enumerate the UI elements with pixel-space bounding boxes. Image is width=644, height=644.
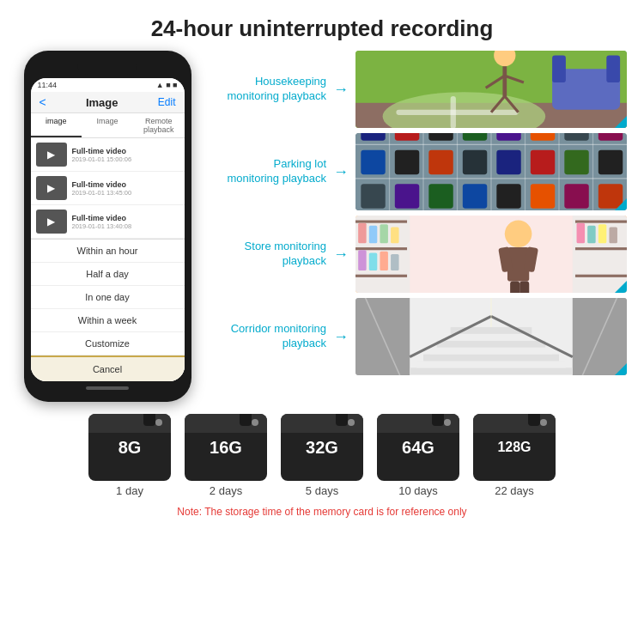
svg-rect-25 bbox=[361, 133, 385, 141]
svg-rect-83 bbox=[416, 361, 566, 368]
svg-rect-86 bbox=[437, 341, 545, 348]
svg-rect-13 bbox=[606, 56, 620, 83]
svg-rect-71 bbox=[575, 275, 627, 277]
svg-rect-67 bbox=[519, 282, 529, 293]
video-info-3: Full-time video 2019-01-01 13:40:08 bbox=[72, 214, 132, 230]
phone-dropdown: Within an hour Half a day In one day Wit… bbox=[31, 239, 185, 381]
corner-arrow-store bbox=[615, 281, 627, 293]
svg-rect-57 bbox=[391, 227, 398, 243]
svg-rect-28 bbox=[463, 133, 487, 141]
svg-rect-12 bbox=[552, 56, 566, 83]
label-parking: Parking lotmonitoring playback bbox=[206, 157, 326, 186]
tab-remote-playback[interactable]: Remote playback bbox=[133, 113, 185, 137]
phone-icons: ▲ ■ ■ bbox=[156, 81, 178, 89]
img-housekeeping bbox=[355, 51, 627, 128]
svg-point-62 bbox=[505, 221, 532, 248]
play-icon-1: ▶ bbox=[47, 149, 55, 161]
page-title: 24-hour uninterrupted recording bbox=[0, 0, 644, 51]
svg-rect-35 bbox=[428, 150, 453, 174]
cancel-button[interactable]: Cancel bbox=[31, 355, 185, 381]
svg-rect-66 bbox=[510, 282, 519, 293]
corner-arrow-parking bbox=[615, 198, 627, 210]
phone-edit-button[interactable]: Edit bbox=[158, 96, 176, 108]
tab-image2[interactable]: Image bbox=[82, 113, 133, 137]
dropdown-item-2[interactable]: In one day bbox=[31, 286, 185, 309]
phone-screen: 11:44 ▲ ■ ■ < Image Edit image Image Rem… bbox=[31, 78, 185, 381]
svg-rect-70 bbox=[575, 247, 627, 250]
svg-rect-55 bbox=[369, 226, 377, 244]
svg-rect-29 bbox=[496, 133, 520, 141]
video-item-1[interactable]: ▶ Full-time video 2019-01-01 15:00:06 bbox=[31, 138, 185, 172]
monitor-row-corridor: Corridor monitoringplayback → bbox=[206, 298, 627, 375]
svg-rect-45 bbox=[496, 184, 520, 208]
arrow-corridor: → bbox=[333, 328, 349, 346]
tab-image[interactable]: image bbox=[31, 113, 82, 137]
storage-cards: 8G 1 day 16G 2 days 32G 5 days 64G 10 da… bbox=[88, 414, 556, 497]
sd-card-body-16g: 16G bbox=[185, 414, 267, 481]
phone-back-button[interactable]: < bbox=[39, 95, 46, 109]
phone-nav-bar: < Image Edit bbox=[31, 92, 185, 113]
svg-rect-31 bbox=[564, 133, 588, 141]
sd-notch-32g bbox=[336, 414, 348, 426]
sd-label-16g: 16G bbox=[210, 438, 242, 458]
svg-rect-34 bbox=[395, 150, 419, 174]
svg-rect-84 bbox=[423, 355, 559, 361]
sd-label-8g: 8G bbox=[118, 438, 142, 458]
sd-notch-128g bbox=[528, 414, 540, 426]
svg-rect-41 bbox=[361, 184, 385, 208]
dropdown-item-4[interactable]: Customize bbox=[31, 332, 185, 355]
phone-notch bbox=[77, 59, 137, 75]
svg-rect-69 bbox=[575, 221, 627, 223]
sd-days-64g: 10 days bbox=[398, 484, 438, 497]
svg-rect-56 bbox=[380, 224, 387, 243]
phone-time: 11:44 bbox=[38, 81, 58, 89]
svg-rect-85 bbox=[430, 348, 552, 355]
svg-rect-36 bbox=[463, 150, 487, 174]
svg-rect-61 bbox=[391, 254, 398, 270]
video-thumb-3: ▶ bbox=[36, 210, 67, 234]
sd-card-body-32g: 32G bbox=[281, 414, 363, 481]
sd-label-64g: 64G bbox=[402, 438, 434, 458]
monitor-row-housekeeping: Housekeepingmonitoring playback → bbox=[206, 51, 627, 128]
play-icon-2: ▶ bbox=[47, 182, 55, 194]
svg-rect-4 bbox=[451, 96, 456, 128]
sd-card-16g: 16G 2 days bbox=[185, 414, 267, 497]
svg-rect-75 bbox=[609, 227, 617, 243]
video-item-2[interactable]: ▶ Full-time video 2019-01-01 13:45:00 bbox=[31, 172, 185, 205]
svg-rect-82 bbox=[410, 368, 573, 374]
storage-note: Note: The storage time of the memory car… bbox=[177, 506, 466, 518]
video-info-1: Full-time video 2019-01-01 15:00:06 bbox=[72, 147, 132, 163]
img-parking bbox=[355, 133, 627, 210]
svg-rect-72 bbox=[577, 223, 585, 244]
video-info-2: Full-time video 2019-01-01 13:45:00 bbox=[72, 180, 132, 197]
label-corridor: Corridor monitoringplayback bbox=[206, 322, 326, 351]
sd-notch-16g bbox=[240, 414, 252, 426]
svg-rect-87 bbox=[444, 334, 539, 341]
dropdown-item-3[interactable]: Within a week bbox=[31, 309, 185, 332]
video-list: ▶ Full-time video 2019-01-01 15:00:06 ▶ … bbox=[31, 138, 185, 239]
dropdown-item-0[interactable]: Within an hour bbox=[31, 240, 185, 263]
svg-rect-74 bbox=[598, 224, 606, 243]
sd-notch-64g bbox=[432, 414, 444, 426]
svg-rect-58 bbox=[358, 250, 366, 270]
video-item-3[interactable]: ▶ Full-time video 2019-01-01 13:40:08 bbox=[31, 205, 185, 239]
svg-rect-59 bbox=[369, 252, 377, 270]
phone-nav-title: Image bbox=[86, 96, 118, 109]
svg-rect-40 bbox=[598, 150, 623, 174]
video-thumb-1: ▶ bbox=[36, 143, 67, 167]
svg-rect-39 bbox=[564, 150, 588, 174]
dropdown-item-1[interactable]: Half a day bbox=[31, 263, 185, 286]
svg-rect-47 bbox=[564, 184, 588, 208]
label-store: Store monitoringplayback bbox=[206, 240, 326, 269]
svg-rect-37 bbox=[496, 150, 520, 174]
home-indicator bbox=[86, 386, 129, 390]
svg-rect-73 bbox=[587, 226, 595, 244]
svg-rect-42 bbox=[395, 184, 419, 208]
svg-rect-53 bbox=[355, 275, 407, 277]
sd-card-body-8g: 8G bbox=[88, 414, 171, 481]
sd-card-8g: 8G 1 day bbox=[88, 414, 171, 497]
svg-rect-52 bbox=[355, 247, 407, 250]
sd-notch-8g bbox=[143, 414, 155, 426]
sd-card-128g: 128G 22 days bbox=[473, 414, 556, 497]
phone-status-bar: 11:44 ▲ ■ ■ bbox=[31, 78, 185, 92]
